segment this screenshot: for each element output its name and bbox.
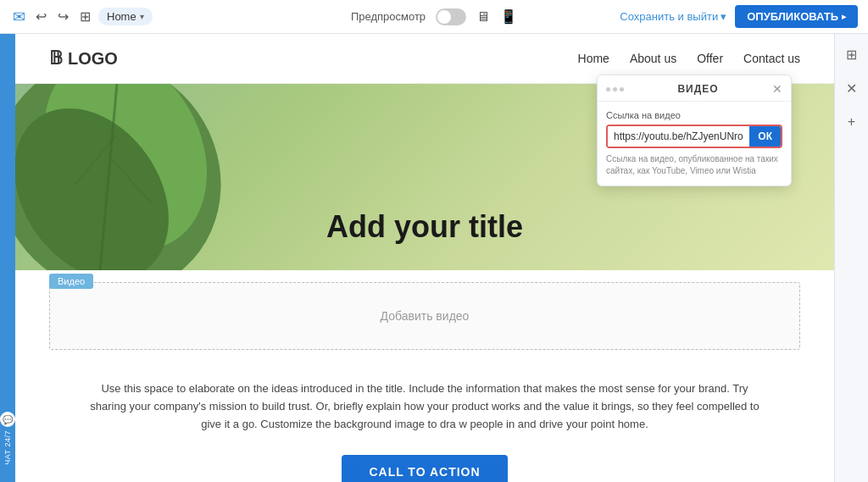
chat-icon[interactable]: 💬	[0, 412, 15, 427]
preview-label: Предпросмотр	[351, 10, 426, 23]
video-placeholder[interactable]: Добавить видео	[49, 282, 800, 350]
video-placeholder-text: Добавить видео	[381, 309, 470, 323]
logo-area: 𝔹 LOGO	[49, 47, 118, 69]
popup-input-row: ОК	[606, 125, 782, 148]
popup-dot-2	[613, 87, 617, 91]
add-icon[interactable]: +	[840, 110, 864, 134]
save-exit-chevron: ▾	[721, 10, 726, 23]
popup-dot-1	[606, 87, 610, 91]
toolbar-right: Сохранить и выйти ▾ ОПУБЛИКОВАТЬ ▸	[524, 5, 858, 28]
left-sidebar: 💬 ЧАТ 24/7	[0, 34, 15, 482]
main-layout: 💬 ЧАТ 24/7 𝔹 LOGO Home About us Offer Co…	[0, 34, 868, 482]
video-popup: ВИДЕО ✕ Ссылка на видео ОК Ссылка на вид…	[597, 75, 792, 186]
publish-chevron: ▸	[842, 12, 846, 21]
popup-ok-button[interactable]: ОК	[749, 126, 781, 147]
canvas-area: 𝔹 LOGO Home About us Offer Contact us	[15, 34, 834, 482]
desktop-icon[interactable]: 🖥	[476, 9, 490, 25]
publish-button[interactable]: ОПУБЛИКОВАТЬ ▸	[735, 5, 858, 28]
mobile-icon[interactable]: 📱	[500, 8, 517, 25]
chat-label: ЧАТ 24/7	[3, 430, 12, 465]
popup-header: ВИДЕО ✕	[598, 75, 791, 102]
video-badge: Видео	[49, 274, 93, 289]
home-tab[interactable]: Home ▾	[98, 8, 153, 25]
home-tab-label: Home	[107, 10, 136, 23]
description-section: Use this space to elaborate on the ideas…	[15, 367, 834, 446]
nav-link-contact[interactable]: Contact us	[743, 52, 800, 65]
popup-field-label: Ссылка на видео	[606, 110, 782, 120]
save-exit-label: Сохранить и выйти	[620, 10, 718, 23]
popup-body: Ссылка на видео ОК Ссылка на видео, опуб…	[598, 102, 791, 186]
popup-dots	[606, 87, 624, 91]
cta-button[interactable]: CALL TO ACTION	[342, 455, 507, 482]
toolbar-center: Предпросмотр 🖥 📱	[351, 8, 517, 25]
close-icon[interactable]: ✕	[840, 76, 864, 100]
description-text: Use this space to elaborate on the ideas…	[83, 380, 766, 433]
popup-url-input[interactable]	[608, 126, 749, 147]
toolbar-left: ✉ ↩ ↪ ⊞ Home ▾	[10, 8, 344, 25]
popup-hint: Ссылка на видео, опубликованное на таких…	[606, 153, 782, 177]
right-sidebar: ⊞ ✕ +	[834, 34, 868, 482]
layout-icon[interactable]: ⊞	[840, 42, 864, 66]
home-tab-chevron: ▾	[140, 12, 144, 21]
undo-icon[interactable]: ↩	[32, 8, 49, 25]
save-exit-button[interactable]: Сохранить и выйти ▾	[620, 10, 726, 23]
publish-label: ОПУБЛИКОВАТЬ	[747, 10, 838, 23]
popup-dot-3	[620, 87, 624, 91]
hero-leaf-svg	[15, 84, 278, 270]
popup-close-icon[interactable]: ✕	[772, 82, 782, 96]
nav-link-offer[interactable]: Offer	[697, 52, 723, 65]
nav-links: Home About us Offer Contact us	[578, 52, 800, 65]
email-icon[interactable]: ✉	[10, 8, 27, 25]
pages-icon[interactable]: ⊞	[76, 8, 93, 25]
logo-text: LOGO	[68, 49, 118, 69]
redo-icon[interactable]: ↪	[54, 8, 71, 25]
hero-title: Add your title	[326, 209, 523, 245]
video-section[interactable]: Видео Добавить видео	[15, 282, 834, 367]
nav-link-about[interactable]: About us	[630, 52, 676, 65]
preview-toggle[interactable]	[436, 8, 466, 25]
logo-icon: 𝔹	[49, 47, 63, 69]
cta-section: CALL TO ACTION	[15, 446, 834, 482]
popup-title: ВИДЕО	[677, 83, 718, 95]
toolbar: ✉ ↩ ↪ ⊞ Home ▾ Предпросмотр 🖥 📱 Сохранит…	[0, 0, 868, 34]
nav-link-home[interactable]: Home	[578, 52, 609, 65]
